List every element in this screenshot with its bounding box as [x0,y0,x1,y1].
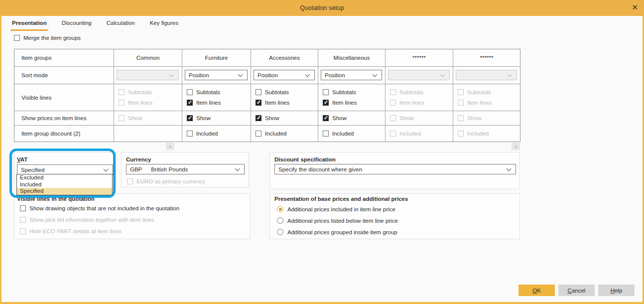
included-checkbox-accessories[interactable] [256,131,261,137]
included-checkbox-stars-2 [458,131,464,137]
base-prices-panel: Presentation of base prices and addition… [269,193,520,239]
sort-mode-select-accessories[interactable]: Position [254,70,315,80]
sort-mode-cell-common [114,67,182,84]
discount-specification-select[interactable]: Specify the discount where given [274,164,516,174]
visible-lines-cell-miscellaneous: Subtotals Item lines [318,84,386,111]
show-prices-cell-miscellaneous: Show [318,111,386,126]
cancel-button[interactable]: Cancel [558,285,595,296]
scroll-left-button[interactable]: ‹ [166,143,174,150]
sort-mode-cell-miscellaneous: Position [318,67,386,84]
tab-discounting[interactable]: Discounting [60,19,93,31]
subtotals-checkbox-miscellaneous[interactable] [323,89,329,95]
chevron-down-icon [440,72,445,77]
item-lines-checkbox-furniture[interactable] [187,100,193,106]
visible-lines-cell-accessories: Subtotals Item lines [251,84,318,111]
additional-prices-grouped-label: Additional prices grouped inside item gr… [287,229,397,235]
show-drawing-objects-label: Show drawing objects that are not includ… [29,205,179,211]
included-checkbox-stars-1 [390,131,396,137]
discount-cell-furniture: Included [182,126,251,142]
sort-mode-select-furniture[interactable]: Position [185,70,248,80]
item-lines-checkbox-common [119,100,125,106]
vat-option-specified[interactable]: Specified [17,188,112,195]
vat-selected-value: Specified [21,167,44,173]
show-drawing-objects-checkbox[interactable] [20,205,26,211]
item-lines-checkbox-miscellaneous[interactable] [323,100,329,106]
currency-name: British Pounds [151,166,188,172]
show-prices-cell-common: Show [114,111,182,126]
chevron-right-icon: › [515,143,517,150]
euro-primary-currency-row: EURO as primary currency [127,178,205,184]
hide-eco-part-row: Hide ECO PART details at item lines [20,228,122,234]
merge-item-groups-label: Merge the item groups [23,35,81,41]
included-checkbox-miscellaneous[interactable] [323,131,329,137]
vat-select[interactable]: Specified [17,164,113,175]
subtotals-checkbox-common [119,89,125,95]
close-icon[interactable]: ✕ [632,3,638,12]
col-header-stars-1: ****** [386,49,453,67]
additional-prices-grouped-radio[interactable] [277,229,283,235]
subtotals-checkbox-stars-1 [390,89,396,95]
additional-prices-listed-radio[interactable] [277,217,283,224]
hide-eco-part-label: Hide ECO PART details at item lines [29,228,122,234]
show-drawing-objects-row: Show drawing objects that are not includ… [20,205,179,211]
sort-mode-select-common [117,70,179,80]
subtotals-checkbox-furniture[interactable] [187,89,193,95]
visible-lines-cell-common: Subtotals Item lines [114,84,182,111]
vat-option-included[interactable]: Included [17,181,112,188]
item-lines-checkbox-accessories[interactable] [256,100,261,106]
quotation-setup-dialog: Quotation setup ✕ Presentation Discounti… [0,0,644,304]
item-groups-table: Item groups Common Furniture Accessories… [14,49,520,142]
chevron-down-icon [305,72,310,77]
sort-mode-select-miscellaneous[interactable]: Position [321,70,382,80]
row-label-show-prices: Show prices on item lines [14,111,114,126]
visible-lines-quotation-title: Visible lines in the quotation [17,196,250,202]
show-checkbox-miscellaneous[interactable] [323,115,329,121]
additional-prices-included-label: Additional prices included in item line … [287,206,395,212]
show-checkbox-accessories[interactable] [256,115,261,121]
additional-prices-grouped-row: Additional prices grouped inside item gr… [277,229,397,235]
item-lines-checkbox-stars-1 [390,100,396,106]
merge-item-groups-checkbox[interactable] [14,35,20,41]
discount-cell-stars-2: Included [453,126,520,142]
col-header-accessories: Accessories [251,49,318,67]
sort-mode-cell-accessories: Position [251,67,318,84]
euro-primary-currency-label: EURO as primary currency [136,178,205,184]
vat-dropdown-list: Excluded Included Specified [16,174,113,195]
sort-mode-select-stars-1 [388,70,450,80]
currency-code: GBP [130,166,142,172]
help-button[interactable]: Help [598,285,635,296]
chevron-left-icon: ‹ [169,143,171,150]
show-checkbox-furniture[interactable] [187,115,193,121]
show-prices-cell-accessories: Show [251,111,318,126]
show-checkbox-stars-1 [390,115,396,121]
vat-option-excluded[interactable]: Excluded [17,174,112,181]
discount-cell-miscellaneous: Included [318,126,386,142]
discount-cell-common [114,126,182,142]
tab-presentation[interactable]: Presentation [10,19,48,31]
discount-specification-value: Specify the discount where given [278,166,362,172]
chevron-down-icon [235,166,240,171]
visible-lines-cell-stars-1: Subtotals Item lines [386,84,453,111]
col-header-miscellaneous: Miscellaneous [318,49,386,67]
scroll-right-button[interactable]: › [512,143,520,150]
discount-cell-stars-1: Included [386,126,453,142]
additional-prices-included-radio[interactable] [277,206,283,212]
subtotals-checkbox-accessories[interactable] [256,89,261,95]
additional-prices-listed-label: Additional prices listed below item line… [287,218,398,224]
tab-key-figures[interactable]: Key figures [148,19,180,31]
merge-item-groups-row: Merge the item groups [14,35,81,41]
tab-calculation[interactable]: Calculation [105,19,136,31]
sort-mode-cell-stars-1 [386,67,453,84]
currency-label: Currency [126,156,249,162]
included-checkbox-furniture[interactable] [187,131,193,137]
sort-mode-cell-stars-2 [453,67,520,84]
show-checkbox-common [119,115,125,121]
row-label-visible-lines: Visible lines [14,84,114,111]
currency-select[interactable]: GBP British Pounds [126,164,245,174]
sort-mode-select-stars-2 [456,70,517,80]
show-pick-list-row: Show pick list information together with… [20,217,154,223]
vat-label: VAT [17,156,116,162]
ok-button[interactable]: OK [518,285,555,296]
euro-primary-currency-checkbox [127,178,133,184]
subtotals-checkbox-stars-2 [458,89,464,95]
